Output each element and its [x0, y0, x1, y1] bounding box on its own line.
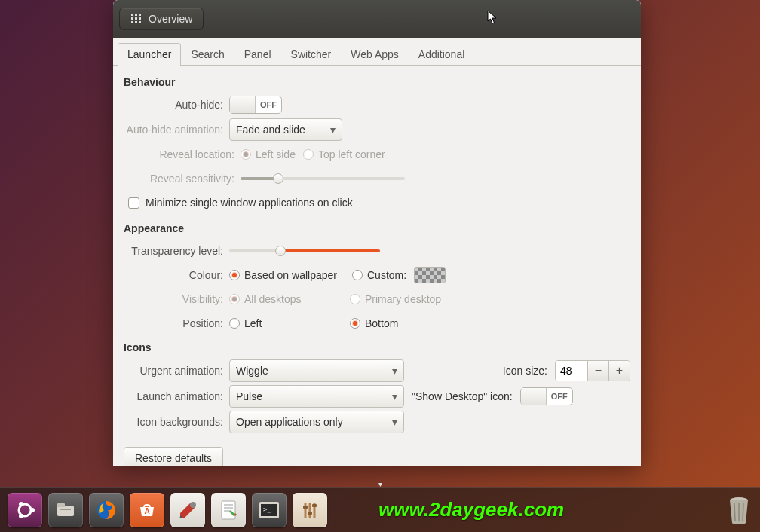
dock-ubuntu-icon[interactable] — [8, 493, 42, 527]
svg-rect-31 — [312, 504, 317, 507]
behaviour-title: Behaviour — [124, 76, 630, 88]
urgent-label: Urgent animation: — [124, 365, 229, 377]
visibility-primary-radio: Primary desktop — [350, 293, 441, 305]
dock-firefox-icon[interactable] — [89, 493, 124, 527]
settings-window: Overview Launcher Search Panel Switcher … — [113, 0, 641, 466]
overview-button[interactable]: Overview — [119, 8, 204, 30]
iconsize-stepper[interactable]: − + — [555, 360, 630, 381]
svg-rect-2 — [139, 14, 141, 16]
svg-line-33 — [734, 503, 735, 521]
svg-rect-7 — [135, 21, 137, 23]
svg-rect-15 — [60, 509, 71, 510]
colour-label: Colour: — [124, 269, 229, 281]
iconsize-input[interactable] — [556, 361, 587, 381]
visibility-label: Visibility: — [124, 293, 229, 305]
appearance-title: Appearance — [124, 222, 630, 234]
svg-rect-0 — [131, 14, 133, 16]
reveal-left-radio: Left side — [241, 148, 296, 161]
iconsize-minus[interactable]: − — [587, 361, 608, 381]
showdesk-toggle[interactable]: OFF — [520, 387, 573, 405]
svg-line-35 — [743, 503, 743, 521]
svg-text:>_: >_ — [263, 506, 271, 513]
titlebar: Overview — [113, 0, 641, 38]
reveal-sens-slider[interactable] — [241, 172, 405, 185]
dock-files-icon[interactable] — [48, 493, 83, 527]
svg-rect-5 — [139, 17, 141, 20]
dock-settings-icon[interactable] — [293, 493, 327, 527]
visibility-all-radio: All desktops — [229, 293, 342, 305]
dock-tweak-icon[interactable] — [170, 493, 205, 527]
reveal-sens-label: Reveal sensitivity: — [124, 173, 241, 185]
tab-launcher[interactable]: Launcher — [118, 43, 181, 66]
minimize-checkbox[interactable]: Minimize single window applications on c… — [128, 197, 353, 209]
dock-software-icon[interactable]: A — [130, 493, 164, 527]
svg-rect-1 — [135, 14, 137, 16]
chevron-down-icon: ▾ — [392, 416, 397, 428]
svg-point-12 — [19, 514, 23, 518]
colour-custom-radio[interactable]: Custom: — [352, 269, 406, 281]
svg-point-10 — [30, 508, 35, 512]
svg-rect-3 — [131, 17, 133, 20]
iconsize-plus[interactable]: + — [608, 361, 630, 381]
svg-rect-29 — [303, 506, 308, 509]
chevron-down-icon: ▾ — [330, 124, 336, 136]
tab-search[interactable]: Search — [181, 43, 234, 66]
transparency-label: Transparency level: — [124, 245, 229, 257]
svg-rect-6 — [131, 21, 133, 23]
tab-bar: Launcher Search Panel Switcher Web Apps … — [113, 38, 641, 66]
icons-title: Icons — [124, 341, 630, 353]
colour-wallpaper-radio[interactable]: Based on wallpaper — [229, 269, 337, 281]
iconbg-label: Icon backgrounds: — [124, 416, 229, 428]
svg-point-18 — [190, 502, 196, 508]
autohide-anim-combo[interactable]: Fade and slide ▾ — [229, 118, 342, 141]
position-left-radio[interactable]: Left — [229, 317, 342, 329]
showdesk-label: "Show Desktop" icon: — [412, 390, 513, 402]
svg-point-11 — [19, 502, 23, 506]
iconsize-label: Icon size: — [503, 365, 547, 377]
trash-icon[interactable] — [725, 494, 752, 526]
launch-label: Launch animation: — [124, 390, 229, 402]
autohide-anim-label: Auto-hide animation: — [124, 124, 229, 136]
grid-icon — [130, 13, 142, 25]
svg-rect-8 — [139, 21, 141, 23]
launch-combo[interactable]: Pulse ▾ — [229, 385, 404, 408]
transparency-slider[interactable] — [229, 244, 380, 258]
svg-text:A: A — [144, 507, 149, 515]
autohide-label: Auto-hide: — [124, 99, 229, 111]
dock-terminal-icon[interactable]: >_ — [252, 493, 287, 527]
dock-editor-icon[interactable] — [211, 493, 246, 527]
colour-swatch[interactable] — [414, 267, 446, 283]
svg-rect-4 — [135, 17, 137, 20]
tab-switcher[interactable]: Switcher — [281, 43, 342, 66]
autohide-toggle[interactable]: OFF — [229, 96, 282, 114]
position-bottom-radio[interactable]: Bottom — [350, 317, 398, 329]
reveal-corner-radio: Top left corner — [303, 148, 385, 161]
reveal-loc-label: Reveal location: — [124, 148, 241, 161]
overview-label: Overview — [149, 13, 192, 25]
chevron-down-icon: ▾ — [392, 390, 397, 402]
tab-panel[interactable]: Panel — [234, 43, 281, 66]
tab-content: Behaviour Auto-hide: OFF Auto-hide anima… — [113, 66, 641, 466]
svg-rect-19 — [222, 501, 235, 519]
svg-rect-14 — [57, 503, 65, 507]
tab-additional[interactable]: Additional — [409, 43, 475, 66]
dock-indicator-icon: ▾ — [378, 480, 382, 488]
restore-defaults-button[interactable]: Restore defaults — [124, 447, 223, 466]
urgent-combo[interactable]: Wiggle ▾ — [229, 359, 404, 382]
svg-rect-13 — [57, 506, 74, 516]
tab-webapps[interactable]: Web Apps — [341, 43, 409, 66]
chevron-down-icon: ▾ — [392, 365, 397, 377]
dock: ▾ A >_ www.2daygeek.com — [0, 487, 760, 532]
iconbg-combo[interactable]: Open applications only ▾ — [229, 411, 404, 433]
watermark-text: www.2daygeek.com — [378, 498, 564, 521]
svg-rect-30 — [308, 512, 312, 515]
position-label: Position: — [124, 317, 229, 329]
